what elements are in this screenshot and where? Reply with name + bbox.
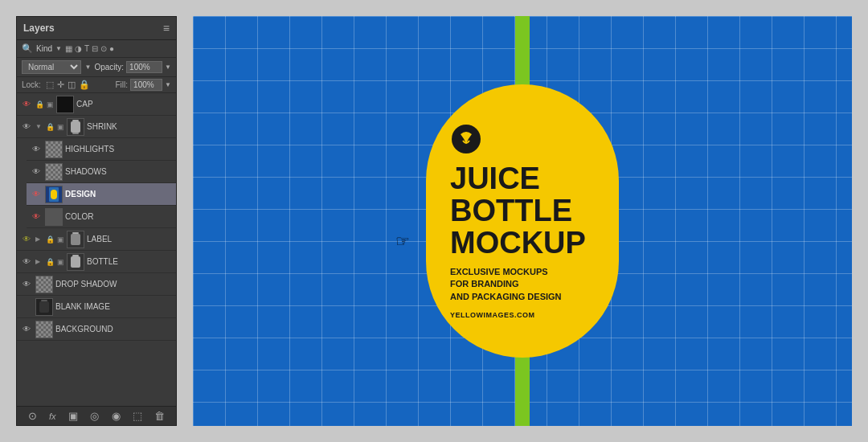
- thumb-color: [45, 208, 63, 226]
- filter-shape-icon[interactable]: ⊟: [92, 44, 98, 53]
- panel-menu-icon[interactable]: ≡: [163, 22, 170, 35]
- svg-rect-5: [72, 232, 79, 234]
- lock-position-icon[interactable]: ✛: [57, 80, 64, 90]
- search-row: 🔍 Kind ▼ ▦ ◑ T ⊟ ⊙ ●: [17, 40, 176, 58]
- filter-adjust-icon[interactable]: ◑: [75, 44, 82, 53]
- lock-icon-cap: 🔒: [35, 100, 44, 108]
- layer-design[interactable]: 👁 DESIGN: [27, 183, 176, 206]
- footer-group-icon[interactable]: ◉: [112, 410, 121, 422]
- expand-bottle[interactable]: ▶: [35, 258, 43, 265]
- fill-label: Fill:: [116, 80, 129, 89]
- lock-row: Lock: ⬚ ✛ ◫ 🔒 Fill: ▼: [17, 77, 176, 93]
- lock-icon-bottle: 🔒: [46, 258, 55, 266]
- layer-drop-shadow[interactable]: 👁 DROP SHADOW: [17, 273, 176, 296]
- thumb-highlights: [45, 141, 63, 158]
- layer-background[interactable]: 👁 BACKGROUND: [17, 318, 176, 341]
- layer-name-shrink: SHRINK: [87, 122, 173, 131]
- eye-icon-design[interactable]: 👁: [30, 188, 43, 201]
- footer-link-icon[interactable]: ⊙: [28, 410, 37, 422]
- juice-title: JUICE BOTTLE MOCKUP: [450, 163, 586, 260]
- layer-shadows[interactable]: 👁 SHADOWS: [27, 161, 176, 183]
- thumb-label: [67, 231, 84, 248]
- eye-icon-background[interactable]: 👁: [20, 323, 33, 336]
- svg-rect-6: [71, 234, 80, 245]
- blend-row: Normal ▼ Opacity: ▼: [17, 58, 176, 77]
- group-icon-shrink: ▣: [57, 123, 64, 131]
- layer-name-design: DESIGN: [65, 190, 173, 198]
- group-icon-cap: ▣: [47, 100, 54, 108]
- fill-row: Fill: ▼: [116, 79, 171, 91]
- eye-icon-color[interactable]: 👁: [30, 211, 43, 223]
- eye-icon-label[interactable]: 👁: [20, 233, 33, 246]
- layer-name-drop-shadow: DROP SHADOW: [55, 280, 173, 289]
- layer-name-background: BACKGROUND: [55, 325, 173, 334]
- layer-shrink[interactable]: 👁 ▼ 🔒 ▣ SHRINK: [17, 116, 176, 138]
- expand-label[interactable]: ▶: [35, 235, 43, 243]
- filter-icons: ▦ ◑ T ⊟ ⊙ ●: [65, 44, 114, 53]
- footer-fill-icon[interactable]: ▣: [68, 410, 78, 422]
- lock-pixels-icon[interactable]: ⬚: [46, 80, 54, 90]
- svg-rect-4: [51, 190, 57, 199]
- layer-cap[interactable]: 👁 🔒 ▣ CAP: [17, 93, 176, 116]
- eye-icon-highlights[interactable]: 👁: [30, 143, 43, 156]
- filter-smartobj-icon[interactable]: ⊙: [100, 44, 107, 53]
- fill-input[interactable]: [130, 79, 162, 91]
- layer-name-shadows: SHADOWS: [65, 167, 173, 176]
- main-container: Layers ≡ 🔍 Kind ▼ ▦ ◑ T ⊟ ⊙ ● Normal ▼ O…: [16, 16, 852, 426]
- juice-url: YELLOWIMAGES.COM: [450, 311, 535, 319]
- layer-name-label: LABEL: [87, 235, 173, 244]
- blend-chevron: ▼: [84, 63, 91, 71]
- filter-extra-icon[interactable]: ●: [109, 44, 114, 53]
- blend-mode-select[interactable]: Normal: [22, 60, 81, 74]
- panel-header: Layers ≡: [17, 17, 176, 40]
- lock-artboard-icon[interactable]: ◫: [68, 80, 76, 90]
- filter-pixel-icon[interactable]: ▦: [65, 44, 72, 53]
- layer-name-blank-image: BLANK IMAGE: [55, 302, 173, 311]
- layer-blank-image[interactable]: 👁 BLANK IMAGE: [17, 296, 176, 318]
- opacity-chevron: ▼: [165, 63, 171, 71]
- thumb-shadows: [45, 163, 63, 181]
- kind-dropdown-icon[interactable]: ▼: [55, 45, 62, 52]
- layer-bottle[interactable]: 👁 ▶ 🔒 ▣ BOTTLE: [17, 251, 176, 273]
- thumb-shrink: [67, 118, 84, 136]
- layer-highlights[interactable]: 👁 HIGHLIGHTS: [27, 138, 176, 161]
- svg-rect-0: [72, 120, 79, 121]
- layer-name-cap: CAP: [76, 100, 173, 108]
- thumb-design: [45, 186, 63, 203]
- opacity-label: Opacity:: [94, 63, 124, 72]
- opacity-row: Opacity: ▼: [94, 61, 171, 73]
- svg-rect-7: [72, 255, 79, 256]
- eye-icon-shadows[interactable]: 👁: [30, 166, 43, 178]
- preview-panel: JUICE BOTTLE MOCKUP EXCLUSIVE MOCKUPSFOR…: [193, 16, 852, 426]
- label-pill: JUICE BOTTLE MOCKUP EXCLUSIVE MOCKUPSFOR…: [426, 84, 619, 358]
- layer-label[interactable]: 👁 ▶ 🔒 ▣ LABEL: [17, 228, 176, 251]
- filter-text-icon[interactable]: T: [84, 44, 89, 53]
- opacity-input[interactable]: [126, 61, 162, 73]
- lock-icons: ⬚ ✛ ◫ 🔒: [46, 80, 90, 90]
- eye-icon-shrink[interactable]: 👁: [20, 121, 33, 133]
- lock-all-icon[interactable]: 🔒: [79, 80, 90, 90]
- thumb-background: [35, 321, 53, 338]
- lock-label: Lock:: [22, 80, 41, 89]
- eye-icon-drop-shadow[interactable]: 👁: [20, 278, 33, 291]
- layers-list: 👁 🔒 ▣ CAP 👁 ▼ 🔒 ▣ SHRINK 👁: [17, 93, 176, 406]
- group-icon-label: ▣: [57, 235, 64, 244]
- kind-label: Kind: [36, 44, 52, 53]
- svg-rect-10: [39, 301, 49, 313]
- lock-icon-label: 🔒: [46, 235, 55, 244]
- layer-color[interactable]: 👁 COLOR: [27, 206, 176, 228]
- eye-icon-blank-image: 👁: [20, 301, 33, 313]
- cursor-hand: ☞: [395, 231, 410, 251]
- footer-adjust-icon[interactable]: ◎: [90, 410, 99, 422]
- eye-icon-cap[interactable]: 👁: [20, 98, 33, 111]
- group-icon-bottle: ▣: [57, 258, 64, 266]
- footer-fx-icon[interactable]: fx: [49, 411, 56, 421]
- layers-panel: Layers ≡ 🔍 Kind ▼ ▦ ◑ T ⊟ ⊙ ● Normal ▼ O…: [16, 16, 177, 426]
- footer-delete-icon[interactable]: 🗑: [154, 410, 165, 422]
- thumb-cap: [56, 96, 74, 113]
- eye-icon-bottle[interactable]: 👁: [20, 256, 33, 268]
- thumb-bottle: [67, 253, 84, 271]
- footer-new-layer-icon[interactable]: ⬚: [133, 410, 142, 422]
- logo-icon: [450, 123, 482, 155]
- expand-shrink[interactable]: ▼: [35, 123, 43, 130]
